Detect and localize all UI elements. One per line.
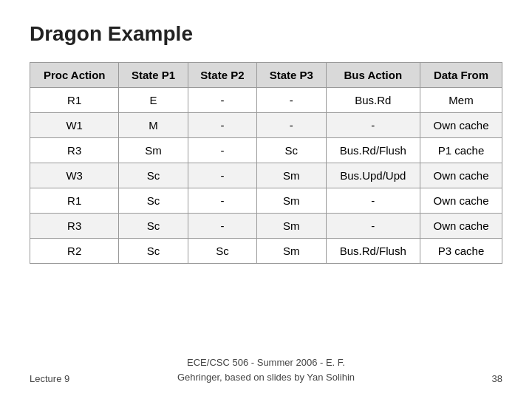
cell-r5-c4: - — [326, 214, 420, 239]
table-row: W1M---Own cache — [30, 113, 502, 138]
cell-r0-c1: E — [119, 88, 188, 113]
cell-r4-c2: - — [188, 188, 256, 214]
footer-center-line1: ECE/CSC 506 - Summer 2006 - E. F. — [187, 357, 345, 368]
cell-r6-c4: Bus.Rd/Flush — [326, 239, 420, 264]
cell-r1-c4: - — [326, 113, 420, 138]
footer-center-line2: Gehringer, based on slides by Yan Solihi… — [177, 372, 355, 383]
cell-r6-c0: R2 — [30, 239, 119, 264]
cell-r6-c3: Sm — [257, 239, 326, 264]
cell-r5-c5: Own cache — [420, 214, 502, 239]
page: Dragon Example Proc Action State P1 Stat… — [0, 0, 532, 399]
cell-r0-c4: Bus.Rd — [326, 88, 420, 113]
table-row: R2ScScSmBus.Rd/FlushP3 cache — [30, 239, 502, 264]
col-header-state-p1: State P1 — [119, 63, 188, 88]
table-row: R1E--Bus.RdMem — [30, 88, 502, 113]
cell-r2-c0: R3 — [30, 138, 119, 163]
cell-r1-c2: - — [188, 113, 256, 138]
cell-r1-c3: - — [257, 113, 326, 138]
footer-left: Lecture 9 — [30, 373, 69, 384]
cell-r3-c5: Own cache — [420, 163, 502, 188]
cell-r4-c4: - — [326, 188, 420, 214]
cell-r3-c3: Sm — [257, 163, 326, 188]
col-header-state-p2: State P2 — [188, 63, 256, 88]
cell-r0-c2: - — [188, 88, 256, 113]
footer-right: 38 — [492, 373, 502, 384]
page-title: Dragon Example — [30, 22, 502, 46]
table-row: R1Sc-Sm-Own cache — [30, 188, 502, 214]
cell-r0-c3: - — [257, 88, 326, 113]
table-row: W3Sc-SmBus.Upd/UpdOwn cache — [30, 163, 502, 188]
dragon-table: Proc Action State P1 State P2 State P3 B… — [30, 62, 502, 264]
cell-r2-c3: Sc — [257, 138, 326, 163]
cell-r2-c1: Sm — [119, 138, 188, 163]
cell-r2-c5: P1 cache — [420, 138, 502, 163]
cell-r1-c1: M — [119, 113, 188, 138]
cell-r4-c5: Own cache — [420, 188, 502, 214]
cell-r5-c3: Sm — [257, 214, 326, 239]
cell-r0-c5: Mem — [420, 88, 502, 113]
cell-r4-c1: Sc — [119, 188, 188, 214]
cell-r5-c1: Sc — [119, 214, 188, 239]
cell-r1-c0: W1 — [30, 113, 119, 138]
table-row: R3Sm-ScBus.Rd/FlushP1 cache — [30, 138, 502, 163]
table-header-row: Proc Action State P1 State P2 State P3 B… — [30, 63, 502, 88]
cell-r6-c1: Sc — [119, 239, 188, 264]
table-row: R3Sc-Sm-Own cache — [30, 214, 502, 239]
cell-r5-c0: R3 — [30, 214, 119, 239]
cell-r0-c0: R1 — [30, 88, 119, 113]
cell-r3-c4: Bus.Upd/Upd — [326, 163, 420, 188]
col-header-data-from: Data From — [420, 63, 502, 88]
cell-r4-c3: Sm — [257, 188, 326, 214]
cell-r6-c2: Sc — [188, 239, 256, 264]
col-header-proc-action: Proc Action — [30, 63, 119, 88]
cell-r3-c2: - — [188, 163, 256, 188]
cell-r6-c5: P3 cache — [420, 239, 502, 264]
col-header-state-p3: State P3 — [257, 63, 326, 88]
cell-r3-c0: W3 — [30, 163, 119, 188]
cell-r2-c2: - — [188, 138, 256, 163]
cell-r2-c4: Bus.Rd/Flush — [326, 138, 420, 163]
cell-r1-c5: Own cache — [420, 113, 502, 138]
cell-r4-c0: R1 — [30, 188, 119, 214]
cell-r5-c2: - — [188, 214, 256, 239]
footer-center: ECE/CSC 506 - Summer 2006 - E. F. Gehrin… — [177, 355, 355, 384]
cell-r3-c1: Sc — [119, 163, 188, 188]
col-header-bus-action: Bus Action — [326, 63, 420, 88]
